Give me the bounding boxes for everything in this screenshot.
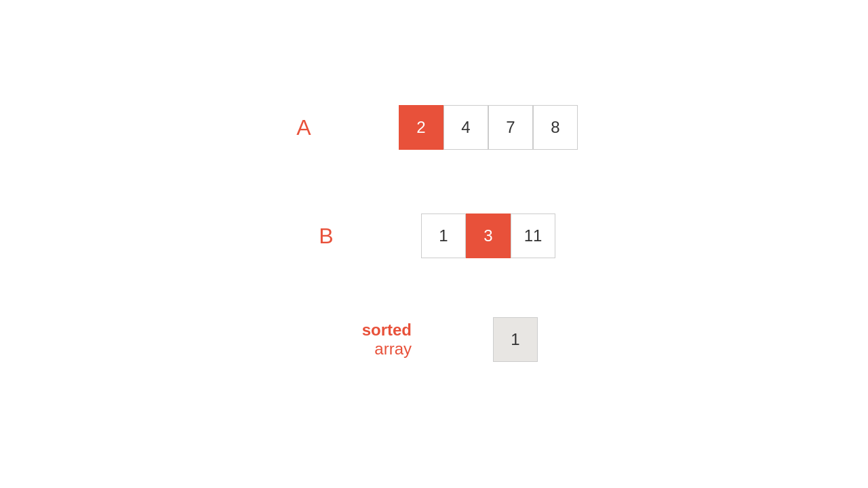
- cell-a-2: 7: [488, 105, 533, 150]
- row-b: B 1 3 11: [0, 214, 868, 258]
- row-a: A 2 4 7 8: [0, 105, 868, 150]
- array-b: 1 3 11: [421, 214, 555, 258]
- cell-b-2: 11: [511, 214, 555, 258]
- label-a: A: [290, 115, 317, 140]
- cell-a-3: 8: [533, 105, 578, 150]
- row-sorted: sorted array 1: [0, 317, 868, 362]
- cell-a-1: 4: [443, 105, 488, 150]
- sorted-label-normal: array: [330, 340, 412, 359]
- cell-sorted-0: 1: [493, 317, 538, 362]
- main-container: A 2 4 7 8 B 1 3 11 sorted array 1: [0, 0, 868, 488]
- cell-b-1: 3: [466, 214, 511, 258]
- cell-a-0: 2: [399, 105, 443, 150]
- sorted-label-bold: sorted: [330, 321, 412, 340]
- cell-b-0: 1: [421, 214, 466, 258]
- label-b: B: [313, 224, 340, 249]
- sorted-label: sorted array: [330, 321, 412, 359]
- array-a: 2 4 7 8: [399, 105, 578, 150]
- sorted-array: 1: [493, 317, 538, 362]
